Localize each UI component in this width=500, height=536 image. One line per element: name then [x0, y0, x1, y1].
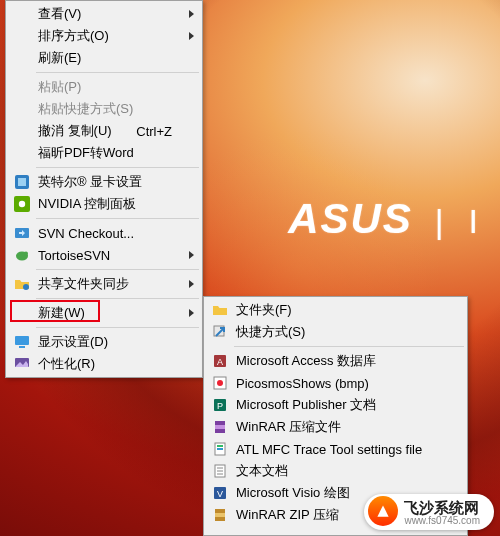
submenu-item-atltrace[interactable]: ATL MFC Trace Tool settings file	[206, 438, 465, 460]
atltrace-icon	[212, 441, 228, 457]
separator	[36, 218, 199, 219]
svg-text:A: A	[217, 357, 223, 367]
winrar-icon	[212, 419, 228, 435]
menu-label: 排序方式(O)	[38, 27, 109, 45]
desktop-context-menu: 查看(V) 排序方式(O) 刷新(E) 粘贴(P) 粘贴快捷方式(S) 撤消 复…	[5, 0, 203, 378]
svg-rect-30	[215, 513, 225, 517]
watermark-url: www.fs0745.com	[404, 516, 480, 527]
menu-label: WinRAR ZIP 压缩	[236, 506, 339, 524]
menu-label: 个性化(R)	[38, 355, 95, 373]
winrarzip-icon	[212, 507, 228, 523]
menu-label: PicosmosShows (bmp)	[236, 376, 369, 391]
nvidia-icon	[14, 196, 30, 212]
menu-label: WinRAR 压缩文件	[236, 418, 341, 436]
menu-item-svn-checkout[interactable]: SVN Checkout...	[8, 222, 200, 244]
folder-icon	[212, 302, 228, 318]
menu-label: 文本文档	[236, 462, 288, 480]
menu-item-sort[interactable]: 排序方式(O)	[8, 25, 200, 47]
folder-sync-icon	[14, 276, 30, 292]
svg-rect-1	[18, 178, 26, 186]
menu-label: 福昕PDF转Word	[38, 144, 134, 162]
submenu-arrow-icon	[189, 10, 194, 18]
personalize-icon	[14, 356, 30, 372]
menu-label: 新建(W)	[38, 304, 85, 322]
menu-label: NVIDIA 控制面板	[38, 195, 136, 213]
menu-label: SVN Checkout...	[38, 226, 134, 241]
menu-label: Microsoft Visio 绘图	[236, 484, 350, 502]
svg-point-7	[23, 284, 29, 290]
submenu-item-textdoc[interactable]: 文本文档	[206, 460, 465, 482]
separator	[36, 269, 199, 270]
watermark-title: 飞沙系统网	[404, 500, 480, 516]
menu-label: TortoiseSVN	[38, 248, 110, 263]
menu-label: 快捷方式(S)	[236, 323, 305, 341]
menu-item-tortoisesvn[interactable]: TortoiseSVN	[8, 244, 200, 266]
submenu-arrow-icon	[189, 32, 194, 40]
tortoisesvn-icon	[14, 247, 30, 263]
textdoc-icon	[212, 463, 228, 479]
submenu-item-folder[interactable]: 文件夹(F)	[206, 299, 465, 321]
submenu-item-access[interactable]: A Microsoft Access 数据库	[206, 350, 465, 372]
menu-item-folder-sync[interactable]: 共享文件夹同步	[8, 273, 200, 295]
menu-label: Microsoft Publisher 文档	[236, 396, 376, 414]
svg-text:P: P	[217, 401, 223, 411]
svg-rect-22	[217, 448, 223, 450]
menu-item-intel-graphics[interactable]: 英特尔® 显卡设置	[8, 171, 200, 193]
menu-item-personalize[interactable]: 个性化(R)	[8, 353, 200, 375]
menu-item-paste: 粘贴(P)	[8, 76, 200, 98]
submenu-item-shortcut[interactable]: 快捷方式(S)	[206, 321, 465, 343]
menu-item-undo-copy[interactable]: 撤消 复制(U) Ctrl+Z	[8, 120, 200, 142]
menu-item-new[interactable]: 新建(W)	[8, 302, 200, 324]
submenu-item-publisher[interactable]: P Microsoft Publisher 文档	[206, 394, 465, 416]
separator	[36, 327, 199, 328]
menu-item-display-settings[interactable]: 显示设置(D)	[8, 331, 200, 353]
submenu-arrow-icon	[189, 309, 194, 317]
separator	[36, 298, 199, 299]
publisher-icon: P	[212, 397, 228, 413]
watermark-badge-icon	[368, 496, 398, 526]
svg-rect-21	[217, 445, 223, 447]
submenu-item-picosmos[interactable]: PicosmosShows (bmp)	[206, 372, 465, 394]
access-icon: A	[212, 353, 228, 369]
submenu-arrow-icon	[189, 251, 194, 259]
menu-item-view[interactable]: 查看(V)	[8, 3, 200, 25]
menu-shortcut: Ctrl+Z	[136, 124, 172, 139]
submenu-item-winrar[interactable]: WinRAR 压缩文件	[206, 416, 465, 438]
menu-label: 显示设置(D)	[38, 333, 108, 351]
menu-item-refresh[interactable]: 刷新(E)	[8, 47, 200, 69]
svg-point-15	[217, 380, 223, 386]
shortcut-icon	[212, 324, 228, 340]
intel-icon	[14, 174, 30, 190]
svg-rect-19	[215, 425, 225, 429]
menu-label: 共享文件夹同步	[38, 275, 129, 293]
menu-label: 英特尔® 显卡设置	[38, 173, 142, 191]
menu-label: 撤消 复制(U)	[38, 122, 112, 140]
submenu-arrow-icon	[189, 280, 194, 288]
svg-text:V: V	[217, 489, 223, 499]
svg-point-6	[24, 252, 28, 256]
picosmos-icon	[212, 375, 228, 391]
menu-item-paste-shortcut: 粘贴快捷方式(S)	[8, 98, 200, 120]
visio-icon: V	[212, 485, 228, 501]
svg-point-3	[19, 201, 25, 207]
svg-rect-9	[19, 346, 25, 348]
menu-label: 粘贴(P)	[38, 78, 81, 96]
menu-label: ATL MFC Trace Tool settings file	[236, 442, 422, 457]
separator	[36, 72, 199, 73]
menu-label: 粘贴快捷方式(S)	[38, 100, 133, 118]
svn-checkout-icon	[14, 225, 30, 241]
menu-label: 刷新(E)	[38, 49, 81, 67]
menu-item-foxit-pdf[interactable]: 福昕PDF转Word	[8, 142, 200, 164]
menu-label: 文件夹(F)	[236, 301, 292, 319]
separator	[36, 167, 199, 168]
svg-rect-8	[15, 336, 29, 345]
menu-item-nvidia[interactable]: NVIDIA 控制面板	[8, 193, 200, 215]
asus-logo: ASUS| I	[288, 195, 480, 243]
menu-label: 查看(V)	[38, 5, 81, 23]
display-settings-icon	[14, 334, 30, 350]
site-watermark: 飞沙系统网 www.fs0745.com	[364, 494, 494, 530]
separator	[234, 346, 464, 347]
menu-label: Microsoft Access 数据库	[236, 352, 376, 370]
